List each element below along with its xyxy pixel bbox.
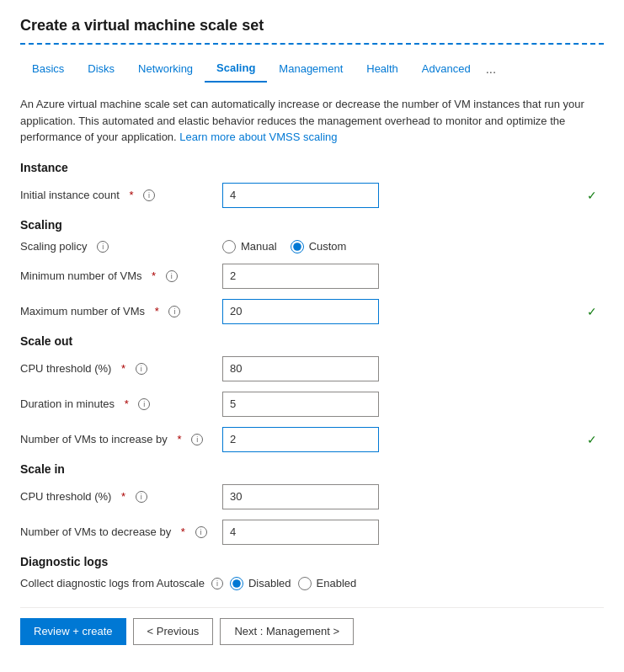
diagnostic-logs-info-icon[interactable]: i: [211, 578, 223, 589]
scale-out-increase-info-icon[interactable]: i: [191, 434, 203, 445]
scale-out-increase-wrapper: ✓: [222, 427, 604, 452]
nav-tabs: Basics Disks Networking Scaling Manageme…: [20, 56, 604, 83]
tab-scaling[interactable]: Scaling: [205, 56, 267, 83]
scale-out-duration-wrapper: [222, 392, 604, 417]
tab-basics[interactable]: Basics: [20, 57, 76, 82]
initial-instance-count-row: Initial instance count * i ✓: [20, 183, 604, 208]
scale-out-cpu-row: CPU threshold (%) * i: [20, 356, 604, 381]
scaling-policy-radio-group: Manual Custom: [222, 240, 604, 253]
max-vms-info-icon[interactable]: i: [168, 306, 180, 317]
scaling-policy-row: Scaling policy i Manual Custom: [20, 240, 604, 253]
initial-instance-count-label: Initial instance count * i: [20, 189, 222, 201]
scale-out-cpu-label: CPU threshold (%) * i: [20, 362, 222, 375]
scaling-policy-custom-label: Custom: [309, 240, 347, 253]
min-vms-input[interactable]: [222, 264, 379, 289]
scaling-section-header: Scaling: [20, 218, 604, 232]
diagnostic-enabled-option[interactable]: Enabled: [298, 577, 357, 590]
previous-button[interactable]: < Previous: [133, 618, 214, 645]
diagnostic-disabled-radio[interactable]: [230, 577, 243, 590]
next-button[interactable]: Next : Management >: [220, 618, 354, 645]
scale-in-decrease-info-icon[interactable]: i: [195, 526, 207, 538]
initial-instance-count-info-icon[interactable]: i: [143, 189, 155, 201]
tab-more[interactable]: ...: [483, 56, 500, 83]
initial-instance-count-check-icon: ✓: [587, 189, 597, 202]
description-text: An Azure virtual machine scale set can a…: [20, 96, 604, 146]
diagnostic-enabled-radio[interactable]: [298, 577, 312, 590]
diagnostic-logs-label: Collect diagnostic logs from Autoscale: [20, 577, 205, 589]
tab-health[interactable]: Health: [355, 57, 410, 82]
scale-out-increase-input[interactable]: [222, 427, 379, 452]
initial-instance-count-wrapper: ✓: [222, 183, 604, 208]
scale-in-cpu-wrapper: [222, 484, 604, 509]
diagnostic-enabled-label: Enabled: [317, 577, 357, 589]
scaling-policy-manual-radio[interactable]: [222, 240, 236, 253]
scale-in-decrease-label: Number of VMs to decrease by * i: [20, 525, 222, 538]
max-vms-check-icon: ✓: [587, 305, 597, 318]
scale-in-decrease-input[interactable]: [222, 520, 379, 545]
scale-out-increase-row: Number of VMs to increase by * i ✓: [20, 427, 604, 452]
min-vms-row: Minimum number of VMs * i: [20, 264, 604, 289]
tab-networking[interactable]: Networking: [126, 57, 205, 82]
min-vms-wrapper: [222, 264, 604, 289]
tab-management[interactable]: Management: [267, 57, 355, 82]
review-create-button[interactable]: Review + create: [20, 618, 126, 645]
max-vms-row: Maximum number of VMs * i ✓: [20, 299, 604, 324]
min-vms-label: Minimum number of VMs * i: [20, 269, 222, 282]
scaling-policy-manual-label: Manual: [241, 240, 277, 253]
scale-out-section-header: Scale out: [20, 334, 604, 348]
instance-section-header: Instance: [20, 161, 604, 174]
scale-in-cpu-row: CPU threshold (%) * i: [20, 484, 604, 509]
diagnostic-logs-section-header: Diagnostic logs: [20, 555, 604, 568]
scaling-policy-info-icon[interactable]: i: [97, 241, 109, 253]
scale-in-cpu-label: CPU threshold (%) * i: [20, 490, 222, 503]
scale-in-decrease-wrapper: [222, 520, 604, 545]
scale-in-cpu-info-icon[interactable]: i: [136, 491, 147, 503]
scale-out-cpu-input[interactable]: [222, 356, 379, 381]
diagnostic-logs-row: Collect diagnostic logs from Autoscale i…: [20, 577, 604, 590]
scale-in-section-header: Scale in: [20, 462, 604, 476]
diagnostic-disabled-option[interactable]: Disabled: [230, 577, 291, 590]
scaling-policy-label: Scaling policy i: [20, 240, 222, 253]
min-vms-info-icon[interactable]: i: [166, 270, 178, 282]
scale-in-cpu-input[interactable]: [222, 484, 379, 509]
tab-disks[interactable]: Disks: [76, 57, 126, 82]
scale-out-cpu-info-icon[interactable]: i: [136, 363, 147, 375]
scale-out-duration-label: Duration in minutes * i: [20, 397, 222, 410]
max-vms-label: Maximum number of VMs * i: [20, 305, 222, 317]
diagnostic-disabled-label: Disabled: [248, 577, 291, 589]
scale-in-decrease-row: Number of VMs to decrease by * i: [20, 520, 604, 545]
scaling-policy-manual-option[interactable]: Manual: [222, 240, 277, 253]
max-vms-wrapper: ✓: [222, 299, 604, 324]
vmss-scaling-link[interactable]: Learn more about VMSS scaling: [179, 131, 337, 143]
scale-out-increase-label: Number of VMs to increase by * i: [20, 433, 222, 445]
scale-out-cpu-wrapper: [222, 356, 604, 381]
scale-out-duration-row: Duration in minutes * i: [20, 392, 604, 417]
page-title: Create a virtual machine scale set: [20, 17, 604, 45]
footer-bar: Review + create < Previous Next : Manage…: [20, 607, 604, 645]
scale-out-increase-check-icon: ✓: [587, 433, 597, 446]
scaling-policy-custom-option[interactable]: Custom: [291, 240, 347, 253]
max-vms-input[interactable]: [222, 299, 379, 324]
scaling-policy-custom-radio[interactable]: [291, 240, 304, 253]
scale-out-duration-input[interactable]: [222, 392, 379, 417]
scale-out-duration-info-icon[interactable]: i: [138, 398, 150, 410]
initial-instance-count-input[interactable]: [222, 183, 379, 208]
tab-advanced[interactable]: Advanced: [410, 57, 483, 82]
